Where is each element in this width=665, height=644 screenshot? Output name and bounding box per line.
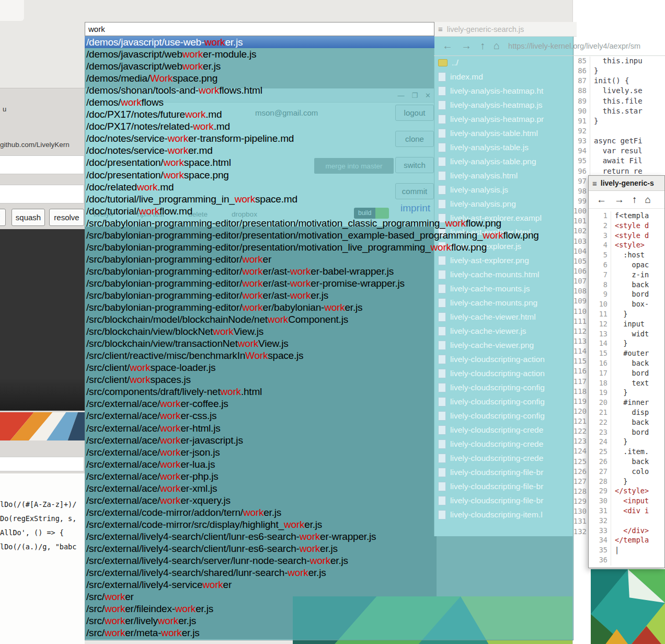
search-result-row[interactable]: /demos/javascript/webworker-module.js bbox=[85, 48, 572, 60]
search-result-row[interactable]: /doc/tutorial/live_programming_in_worksp… bbox=[85, 193, 572, 205]
match-highlight: work bbox=[182, 49, 203, 60]
search-result-row[interactable]: /src/external/ace/worker-javascript.js bbox=[85, 434, 572, 446]
line-number: 7 bbox=[589, 270, 611, 280]
search-result-row[interactable]: /src/external/lively4-search/client/lunr… bbox=[85, 543, 572, 555]
squash-button[interactable]: squash bbox=[12, 209, 45, 226]
search-result-row[interactable]: /doc/PX17/notes/futurework.md bbox=[85, 108, 572, 120]
input-field[interactable] bbox=[0, 457, 84, 471]
search-result-row[interactable]: /src/external/ace/worker-css.js bbox=[85, 410, 572, 422]
search-result-row[interactable]: /src/external/lively4-serviceworker bbox=[85, 579, 572, 591]
code-editor-fragment[interactable]: lDo(/(#[A-Za-z]+)/Do(regExString, s,AllD… bbox=[0, 498, 76, 554]
search-result-row[interactable]: /src/external/ace/worker-xml.js bbox=[85, 482, 572, 494]
search-result-row[interactable]: /src/babylonian-programming-editor/worke… bbox=[85, 277, 572, 289]
search-component-title: lively-generic-s bbox=[601, 179, 654, 187]
search-result-row[interactable]: /doc/tutorial/workflow.md bbox=[85, 205, 572, 217]
match-highlight: work bbox=[161, 627, 181, 638]
search-result-row[interactable]: /doc/relatedwork.md bbox=[85, 181, 572, 193]
input-field[interactable] bbox=[0, 155, 84, 174]
line-number: 90 bbox=[572, 107, 590, 117]
code-line: lDo(/(a.)/g, "babc bbox=[0, 540, 76, 554]
search-result-row[interactable]: /src/babylonian-programming-editor/worke… bbox=[85, 253, 572, 265]
search-result-row[interactable]: /src/external/ace/worker-json.js bbox=[85, 446, 572, 458]
forward-icon[interactable]: → bbox=[614, 194, 624, 206]
search-result-row[interactable]: /demos/shonan/tools-and-workflows.html bbox=[85, 84, 572, 96]
path-text: /src/external/ace/ bbox=[86, 471, 160, 482]
wallpaper-strip-left bbox=[0, 412, 85, 440]
lively-desktop: — ❐ ✕ mson@gmail.com logout clone merge … bbox=[0, 0, 665, 644]
code-text: colo bbox=[611, 467, 649, 477]
search-result-row[interactable]: /doc/notes/service-worker-transform-pipe… bbox=[85, 132, 572, 144]
line-number: 108 bbox=[572, 287, 590, 297]
line-number: 101 bbox=[572, 217, 590, 227]
line-number: 13 bbox=[589, 330, 611, 340]
search-result-row[interactable]: /doc/notes/service-worker.md bbox=[85, 144, 572, 156]
menu-icon[interactable]: ≡ bbox=[592, 179, 597, 188]
search-result-row[interactable]: /src/external/lively4-search/shared/lunr… bbox=[85, 567, 572, 579]
search-result-row[interactable]: /src/blockchain/model/blockchainNode/net… bbox=[85, 313, 572, 325]
search-result-row[interactable]: /doc/presentation/workspace.png bbox=[85, 169, 572, 181]
match-highlight: work bbox=[105, 603, 125, 614]
code-line: 28 } bbox=[589, 477, 664, 487]
resolve-button[interactable]: resolve bbox=[49, 209, 84, 226]
search-result-row[interactable]: /src/client/reactive/misc/benchmarkInWor… bbox=[85, 349, 572, 361]
search-component-toolbar: ← → ↑ ⌂ bbox=[589, 191, 664, 209]
match-highlight: work bbox=[204, 37, 225, 48]
search-result-row[interactable]: /src/external/ace/worker-coffee.js bbox=[85, 398, 572, 410]
search-result-row[interactable]: /src/external/code-mirror/src/display/hi… bbox=[85, 518, 572, 530]
search-result-row[interactable]: /src/worker bbox=[85, 591, 572, 603]
search-result-row[interactable]: /src/components/draft/lively-network.htm… bbox=[85, 386, 572, 398]
search-result-row[interactable]: /src/babylonian-programming-editor/worke… bbox=[85, 265, 572, 277]
search-result-row[interactable]: /src/worker/meta-worker.js bbox=[85, 627, 572, 639]
code-line: 10 box- bbox=[589, 300, 664, 310]
search-result-row[interactable]: /src/babylonian-programming-editor/prese… bbox=[85, 217, 572, 229]
cut-button[interactable]: f bbox=[0, 209, 6, 226]
line-number: 129 bbox=[572, 497, 590, 507]
search-result-row[interactable]: /src/blockchain/view/blockNetworkView.js bbox=[85, 325, 572, 337]
search-result-row[interactable]: /src/external/ace/worker-lua.js bbox=[85, 458, 572, 470]
menu-icon[interactable]: ≡ bbox=[438, 25, 443, 33]
match-highlight: work bbox=[193, 121, 213, 132]
search-result-row[interactable]: /src/external/ace/worker-html.js bbox=[85, 422, 572, 434]
search-result-row[interactable]: /doc/presentation/workspace.html bbox=[85, 156, 572, 168]
code-line: 2<style d bbox=[589, 221, 664, 231]
search-result-row[interactable]: /src/babylonian-programming-editor/prese… bbox=[85, 229, 572, 241]
home-icon[interactable]: ⌂ bbox=[645, 194, 651, 206]
match-highlight: work bbox=[158, 615, 178, 626]
search-result-row[interactable]: /demos/workflows bbox=[85, 96, 572, 108]
search-result-row[interactable]: /demos/javascript/use-web-worker.js bbox=[85, 36, 434, 48]
back-icon[interactable]: ← bbox=[597, 194, 606, 206]
search-result-row[interactable]: /src/client/workspaces.js bbox=[85, 374, 572, 386]
input-field[interactable] bbox=[0, 185, 84, 204]
code-line: 27 colo bbox=[589, 467, 664, 477]
code-editor[interactable]: 1f<templa2<style d3<style d4<style>5 :ho… bbox=[589, 209, 664, 566]
up-icon[interactable]: ↑ bbox=[632, 194, 637, 206]
match-highlight: work bbox=[163, 170, 184, 180]
search-result-row[interactable]: /src/worker/livelyworker.js bbox=[85, 615, 572, 627]
match-highlight: work bbox=[242, 302, 262, 313]
match-highlight: work bbox=[160, 398, 180, 409]
search-result-row[interactable]: /src/external/ace/worker-php.js bbox=[85, 470, 572, 482]
search-result-row[interactable]: /src/external/lively4-search/client/lunr… bbox=[85, 530, 572, 543]
search-result-row[interactable]: /src/external/ace/worker-xquery.js bbox=[85, 494, 572, 506]
match-highlight: work bbox=[213, 326, 233, 337]
line-number: 125 bbox=[572, 457, 590, 467]
search-result-row[interactable]: /src/external/code-mirror/addon/tern/wor… bbox=[85, 506, 572, 518]
search-result-row[interactable]: /src/babylonian-programming-editor/worke… bbox=[85, 301, 572, 313]
code-text: } bbox=[611, 477, 627, 487]
search-result-row[interactable]: /src/client/workspace-loader.js bbox=[85, 361, 572, 374]
search-result-row[interactable]: /demos/javascript/webworker.js bbox=[85, 60, 572, 72]
path-text: er-javascript.js bbox=[180, 435, 243, 446]
code-line: 6 opac bbox=[589, 261, 664, 270]
search-result-row[interactable]: /src/babylonian-programming-editor/worke… bbox=[85, 289, 572, 301]
code-text: </style> bbox=[611, 487, 649, 496]
search-result-row[interactable]: /src/blockchain/view/transactionNetworkV… bbox=[85, 337, 572, 349]
match-highlight: work bbox=[105, 627, 125, 638]
match-highlight: work bbox=[185, 109, 205, 120]
search-result-row[interactable]: /src/worker/fileindex-worker.js bbox=[85, 603, 572, 615]
search-input[interactable] bbox=[85, 22, 434, 36]
search-result-row[interactable]: /doc/PX17/notes/related-work.md bbox=[85, 120, 572, 132]
search-result-row[interactable]: /src/babylonian-programming-editor/prese… bbox=[85, 241, 572, 253]
code-text: opac bbox=[611, 261, 649, 270]
search-result-row[interactable]: /demos/media/Workspace.png bbox=[85, 72, 572, 84]
search-result-row[interactable]: /src/external/lively4-search/server/lunr… bbox=[85, 555, 572, 567]
